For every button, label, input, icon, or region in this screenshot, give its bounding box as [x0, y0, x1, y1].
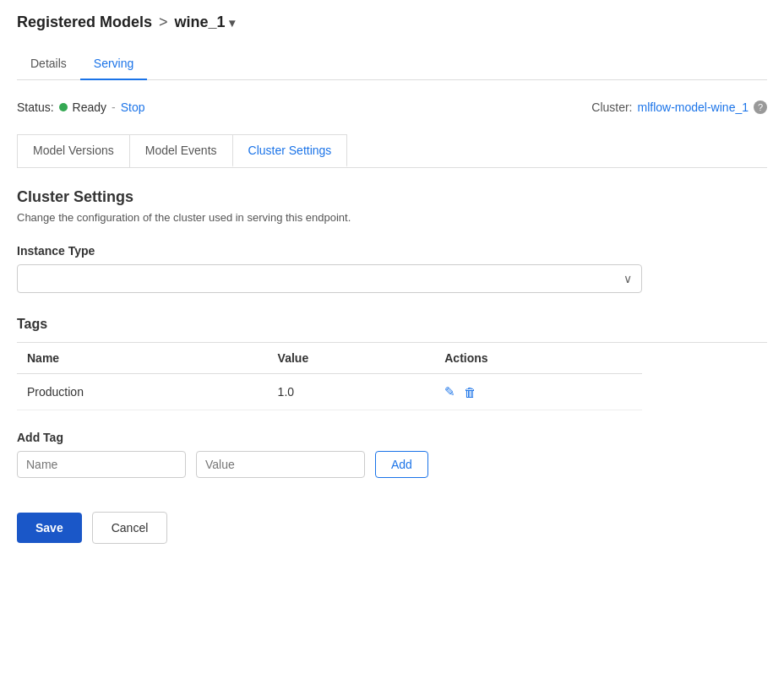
col-value: Value: [268, 343, 435, 374]
instance-type-label: Instance Type: [17, 244, 767, 258]
save-button[interactable]: Save: [17, 513, 82, 543]
add-tag-row: Add: [17, 451, 767, 478]
tag-name: Production: [17, 374, 268, 410]
sub-tab-model-events[interactable]: Model Events: [129, 134, 233, 167]
tags-table: Name Value Actions Production 1.0 ✎ 🗑: [17, 343, 642, 410]
add-tag-button[interactable]: Add: [375, 451, 428, 478]
tags-title: Tags: [17, 317, 767, 332]
cluster-label: Cluster:: [591, 100, 632, 114]
cluster-settings-title: Cluster Settings: [17, 188, 767, 206]
top-tabs: Details Serving: [17, 48, 767, 80]
table-row: Production 1.0 ✎ 🗑: [17, 374, 642, 410]
tab-details[interactable]: Details: [17, 48, 80, 80]
action-icons: ✎ 🗑: [444, 384, 632, 399]
add-tag-section: Add Tag Add: [17, 431, 767, 478]
instance-type-wrapper: ∨: [17, 264, 642, 293]
sub-tab-cluster-settings[interactable]: Cluster Settings: [232, 134, 348, 167]
add-tag-name-input[interactable]: [17, 451, 186, 478]
cluster-settings-section: Cluster Settings Change the configuratio…: [17, 188, 767, 544]
status-label: Status:: [17, 100, 54, 114]
col-name: Name: [17, 343, 268, 374]
status-sep: -: [112, 100, 116, 114]
status-row: Status: Ready - Stop Cluster: mlflow-mod…: [17, 94, 767, 121]
breadcrumb-separator: >: [159, 14, 168, 31]
cluster-name[interactable]: mlflow-model-wine_1: [638, 100, 749, 114]
add-tag-title: Add Tag: [17, 431, 767, 444]
edit-icon[interactable]: ✎: [444, 384, 455, 399]
delete-icon[interactable]: 🗑: [464, 385, 476, 399]
cluster-help-icon[interactable]: ?: [754, 100, 767, 114]
sub-tab-model-versions[interactable]: Model Versions: [17, 134, 130, 167]
footer-row: Save Cancel: [17, 505, 767, 544]
col-actions: Actions: [434, 343, 642, 374]
instance-type-select[interactable]: [17, 264, 642, 293]
add-tag-value-input[interactable]: [196, 451, 365, 478]
tag-value: 1.0: [268, 374, 435, 410]
status-state: Ready: [73, 100, 106, 114]
cluster-settings-desc: Change the configuration of the cluster …: [17, 211, 767, 224]
cancel-button[interactable]: Cancel: [92, 512, 168, 544]
breadcrumb-dropdown-icon[interactable]: ▾: [229, 16, 235, 30]
sub-tabs: Model Versions Model Events Cluster Sett…: [17, 134, 767, 168]
tags-section: Tags Name Value Actions Production 1.0: [17, 317, 767, 410]
breadcrumb-current[interactable]: wine_1: [175, 14, 226, 31]
tab-serving[interactable]: Serving: [80, 48, 147, 80]
stop-link[interactable]: Stop: [121, 100, 145, 114]
breadcrumb-root[interactable]: Registered Models: [17, 14, 152, 31]
status-indicator: [59, 103, 68, 111]
